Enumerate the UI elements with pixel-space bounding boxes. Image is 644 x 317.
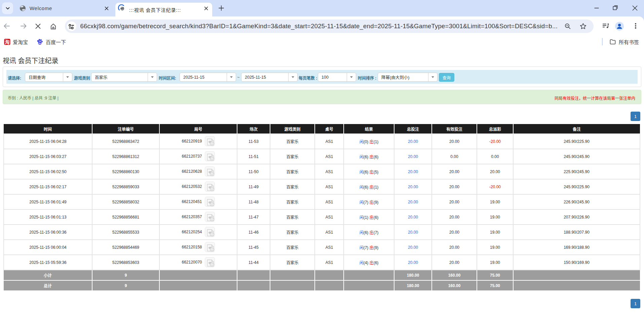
- svg-text:淘: 淘: [5, 39, 10, 44]
- svg-text:du: du: [38, 42, 41, 44]
